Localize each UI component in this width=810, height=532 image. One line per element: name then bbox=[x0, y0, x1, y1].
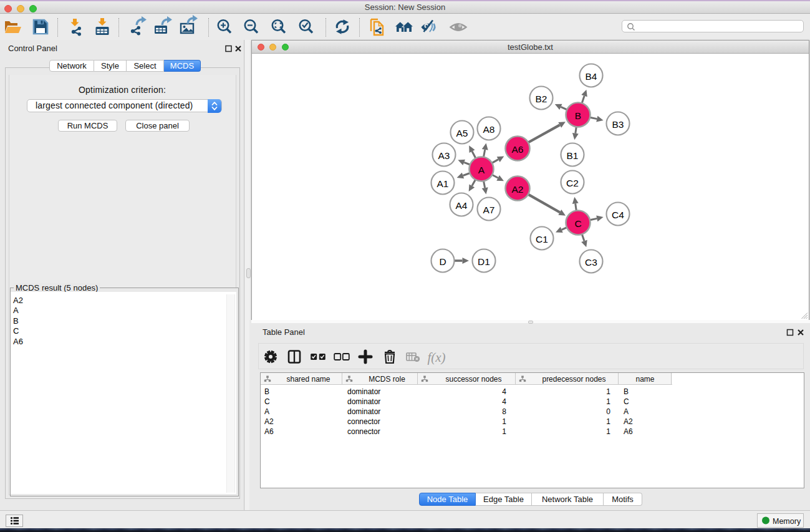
svg-text:C: C bbox=[574, 218, 581, 229]
svg-text:B1: B1 bbox=[567, 150, 579, 161]
svg-text:name: name bbox=[635, 375, 654, 384]
svg-text:D: D bbox=[439, 256, 446, 267]
svg-text:A: A bbox=[478, 165, 485, 175]
svg-text:A7: A7 bbox=[483, 205, 495, 215]
svg-text:A6: A6 bbox=[512, 144, 524, 155]
svg-text:A4: A4 bbox=[456, 200, 468, 211]
svg-text:B3: B3 bbox=[612, 119, 624, 130]
svg-text:D1: D1 bbox=[478, 256, 490, 267]
svg-text:A8: A8 bbox=[483, 124, 495, 135]
svg-text:A1: A1 bbox=[437, 178, 449, 189]
svg-text:C3: C3 bbox=[585, 257, 597, 268]
svg-text:C4: C4 bbox=[612, 210, 624, 220]
svg-text:C1: C1 bbox=[536, 234, 548, 244]
svg-text:MCDS role: MCDS role bbox=[369, 375, 405, 384]
svg-text:B: B bbox=[575, 110, 581, 121]
svg-text:B4: B4 bbox=[586, 71, 597, 82]
svg-text:successor nodes: successor nodes bbox=[445, 375, 501, 384]
svg-text:B2: B2 bbox=[536, 94, 547, 104]
svg-text:A3: A3 bbox=[438, 150, 450, 161]
svg-text:A5: A5 bbox=[456, 128, 468, 138]
svg-text:predecessor nodes: predecessor nodes bbox=[542, 375, 605, 384]
svg-text:shared name: shared name bbox=[286, 375, 330, 384]
svg-text:f(x): f(x) bbox=[427, 350, 445, 365]
svg-text:A2: A2 bbox=[512, 184, 524, 195]
svg-text:Memory: Memory bbox=[773, 517, 801, 526]
svg-text:C2: C2 bbox=[566, 178, 579, 188]
